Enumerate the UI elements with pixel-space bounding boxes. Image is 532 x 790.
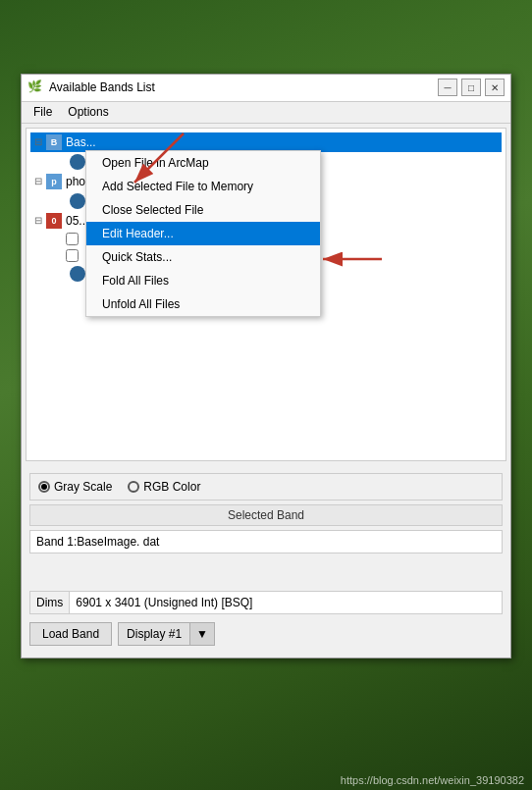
selected-band-value: Band 1:BaseImage. dat: [29, 530, 503, 553]
expand-icon-pho[interactable]: ⊟: [30, 174, 46, 189]
window-title: Available Bands List: [49, 80, 155, 94]
globe-icon-pho: [70, 193, 85, 209]
rgb-radio-label[interactable]: RGB Color: [128, 480, 200, 494]
tree-label-base: Bas...: [66, 135, 96, 149]
globe-icon-05: [70, 266, 85, 282]
file-icon-base: B: [46, 134, 62, 150]
rgb-label: RGB Color: [143, 480, 200, 494]
maximize-button[interactable]: □: [461, 79, 481, 96]
checkbox-05-sub2[interactable]: [66, 249, 79, 262]
red-arrow-right: [313, 244, 392, 274]
context-menu-fold-all[interactable]: Fold All Files: [86, 269, 320, 292]
selected-band-header: Selected Band: [29, 504, 503, 526]
tree-item-base[interactable]: ⊟ B Bas...: [30, 132, 502, 152]
display-dropdown-label: Display #1: [119, 623, 189, 645]
menu-file[interactable]: File: [26, 103, 60, 121]
file-icon-pho: p: [46, 174, 62, 189]
button-row: Load Band Display #1 ▼: [29, 618, 503, 650]
context-menu-close-file[interactable]: Close Selected File: [86, 198, 320, 222]
context-menu-quick-stats[interactable]: Quick Stats...: [86, 245, 320, 269]
grayscale-label: Gray Scale: [54, 480, 112, 494]
color-mode-row: Gray Scale RGB Color: [29, 473, 503, 500]
grayscale-radio[interactable]: [38, 481, 50, 493]
title-bar-buttons: ─ □ ✕: [438, 79, 505, 96]
dims-value: 6901 x 3401 (Unsigned Int) [BSQ]: [70, 591, 503, 614]
dims-row: Dims 6901 x 3401 (Unsigned Int) [BSQ]: [29, 591, 503, 614]
main-content-area: ⊟ B Bas... ⊟ p pho... ⊟ 0 05...: [26, 128, 506, 461]
title-bar: 🌿 Available Bands List ─ □ ✕: [22, 75, 510, 102]
menu-options[interactable]: Options: [60, 103, 116, 121]
globe-icon-base: [70, 154, 85, 170]
grayscale-radio-label[interactable]: Gray Scale: [38, 480, 112, 494]
rgb-radio[interactable]: [128, 481, 139, 493]
load-band-button[interactable]: Load Band: [29, 622, 112, 646]
title-bar-left: 🌿 Available Bands List: [27, 79, 155, 95]
context-menu-unfold-all[interactable]: Unfold All Files: [86, 292, 320, 316]
svg-line-3: [134, 133, 184, 183]
close-button[interactable]: ✕: [485, 79, 505, 96]
minimize-button[interactable]: ─: [438, 79, 457, 96]
red-arrow-top: [105, 129, 223, 197]
expand-icon-05[interactable]: ⊟: [30, 213, 46, 229]
context-menu-edit-header[interactable]: Edit Header...: [86, 222, 320, 245]
menu-bar: File Options: [22, 102, 510, 124]
expand-icon-base[interactable]: ⊟: [30, 134, 46, 150]
dims-label: Dims: [29, 591, 70, 614]
checkbox-05-sub1[interactable]: [66, 233, 79, 245]
display-dropdown[interactable]: Display #1 ▼: [118, 622, 215, 646]
bottom-panel: Gray Scale RGB Color Selected Band Band …: [22, 465, 510, 658]
app-icon: 🌿: [27, 79, 43, 95]
watermark: https://blog.csdn.net/weixin_39190382: [341, 774, 524, 786]
display-dropdown-arrow[interactable]: ▼: [189, 623, 214, 645]
spacer: [26, 557, 506, 587]
main-window: 🌿 Available Bands List ─ □ ✕ File Option…: [21, 74, 511, 658]
file-icon-05: 0: [46, 213, 62, 229]
